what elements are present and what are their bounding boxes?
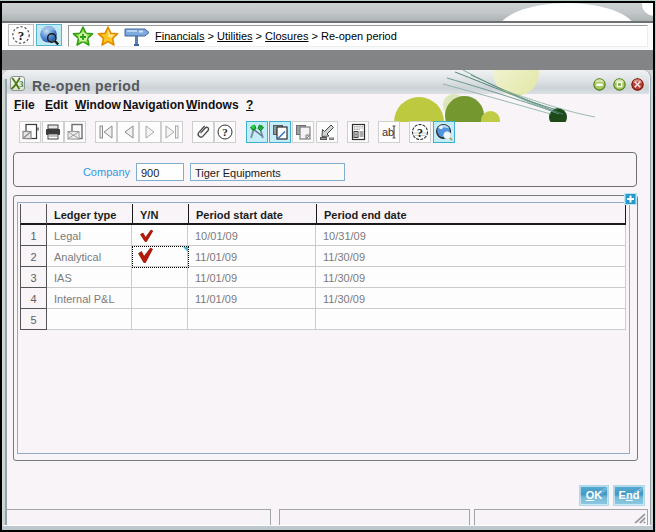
svg-text:3: 3: [19, 79, 23, 89]
svg-text:?: ?: [18, 28, 25, 43]
svg-text:ab: ab: [382, 126, 394, 138]
svg-text:?: ?: [417, 126, 423, 140]
svg-text:?: ?: [222, 126, 228, 138]
